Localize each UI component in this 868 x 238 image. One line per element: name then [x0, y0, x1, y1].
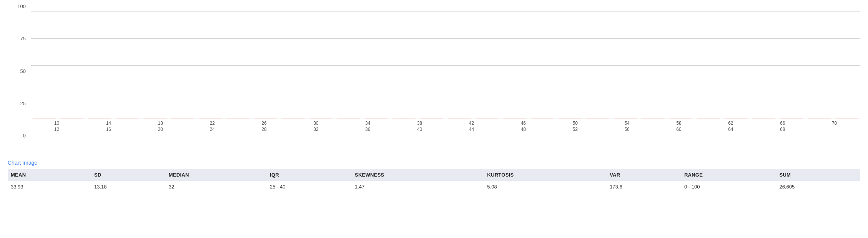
stats-values-row: 33.9313.183225 - 401.475.08173.60 - 1002… [8, 181, 860, 193]
y-label-100: 100 [17, 4, 26, 9]
y-label-25: 25 [20, 101, 26, 106]
stats-value-cell: 13.18 [91, 181, 166, 193]
x-label-top: 46 [521, 121, 526, 126]
x-label-top: 62 [728, 121, 733, 126]
stats-value-cell: 33.93 [8, 181, 91, 193]
stats-header-cell: SUM [776, 169, 860, 181]
chart-area: 1012141618202224262830323436384042444648… [31, 12, 860, 138]
x-label-group: 2224 [186, 121, 238, 132]
x-label-bottom: 44 [469, 127, 474, 132]
x-label-group: 1012 [31, 121, 83, 132]
x-label-group: 70 [808, 121, 860, 132]
stats-header-cell: VAR [607, 169, 681, 181]
x-label-group: 5860 [653, 121, 705, 132]
x-labels-row: 1012141618202224262830323436384042444648… [31, 121, 860, 132]
stats-value-cell: 0 - 100 [681, 181, 777, 193]
stats-header-row: MEANSDMEDIANIQRSKEWNESSKURTOSISVARRANGES… [8, 169, 860, 181]
x-label-bottom: 68 [780, 127, 785, 132]
stats-value-cell: 32 [166, 181, 267, 193]
x-label-top: 22 [210, 121, 215, 126]
x-label-bottom: 56 [624, 127, 629, 132]
x-label-top: 34 [365, 121, 370, 126]
x-label-top: 30 [313, 121, 318, 126]
x-label-bottom: 16 [106, 127, 111, 132]
histogram-chart: 0 25 50 75 100 1012141618202224262830323 [8, 4, 860, 157]
x-label-group: 3840 [394, 121, 446, 132]
stats-value-cell: 5.08 [484, 181, 607, 193]
x-label-top: 14 [106, 121, 111, 126]
x-label-top: 38 [417, 121, 422, 126]
x-label-group: 2628 [238, 121, 290, 132]
y-label-0: 0 [23, 133, 26, 138]
y-label-75: 75 [20, 36, 26, 41]
x-label-group: 4648 [497, 121, 549, 132]
x-label-group: 6668 [757, 121, 808, 132]
x-label-top: 50 [573, 121, 578, 126]
x-label-top: 70 [832, 121, 837, 126]
stats-value-cell: 26,605 [776, 181, 860, 193]
x-label-top: 66 [780, 121, 785, 126]
x-label-top: 58 [676, 121, 681, 126]
x-label-bottom: 20 [158, 127, 163, 132]
x-label-bottom: 64 [728, 127, 733, 132]
x-label-group: 4244 [446, 121, 497, 132]
stats-header-cell: IQR [267, 169, 352, 181]
stats-value-cell: 25 - 40 [267, 181, 352, 193]
x-label-bottom: 36 [365, 127, 370, 132]
x-axis: 1012141618202224262830323436384042444648… [31, 119, 860, 138]
stats-header-cell: MEAN [8, 169, 91, 181]
x-label-bottom: 24 [210, 127, 215, 132]
bars-container [31, 12, 860, 119]
stats-header-cell: SD [91, 169, 166, 181]
chart-image-link[interactable]: Chart Image [8, 160, 860, 166]
x-label-top: 26 [261, 121, 266, 126]
y-axis: 0 25 50 75 100 [8, 4, 29, 138]
stats-value-cell: 1.47 [352, 181, 484, 193]
x-label-bottom: 48 [521, 127, 526, 132]
x-label-top: 10 [54, 121, 59, 126]
stats-header-cell: KURTOSIS [484, 169, 607, 181]
x-label-bottom: 40 [417, 127, 422, 132]
stats-header-cell: SKEWNESS [352, 169, 484, 181]
x-label-top: 42 [469, 121, 474, 126]
x-label-top: 18 [158, 121, 163, 126]
x-label-bottom: 52 [573, 127, 578, 132]
x-label-bottom: 12 [54, 127, 59, 132]
x-label-group: 5052 [549, 121, 601, 132]
x-label-group: 3032 [290, 121, 342, 132]
stats-header-cell: MEDIAN [166, 169, 267, 181]
x-label-bottom: 28 [261, 127, 266, 132]
stats-value-cell: 173.6 [607, 181, 681, 193]
x-label-group: 5456 [601, 121, 653, 132]
x-label-bottom: 60 [676, 127, 681, 132]
y-label-50: 50 [20, 69, 26, 74]
stats-header-cell: RANGE [681, 169, 777, 181]
x-label-group: 3436 [342, 121, 394, 132]
x-label-top: 54 [624, 121, 629, 126]
x-label-group: 1416 [83, 121, 135, 132]
stats-table: MEANSDMEDIANIQRSKEWNESSKURTOSISVARRANGES… [8, 169, 860, 193]
x-label-group: 1820 [135, 121, 186, 132]
page-container: 0 25 50 75 100 1012141618202224262830323 [0, 0, 868, 238]
x-label-group: 6264 [705, 121, 757, 132]
x-label-bottom: 32 [313, 127, 318, 132]
